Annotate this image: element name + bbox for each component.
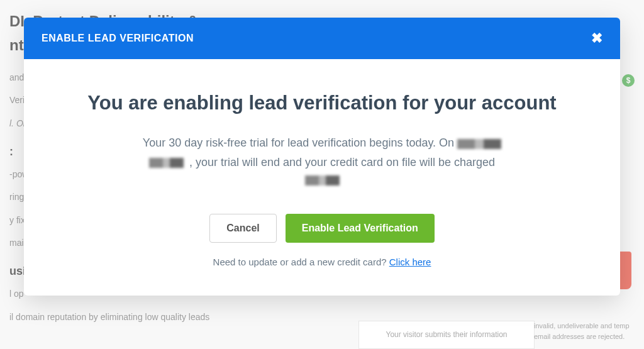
redacted-amount — [305, 175, 340, 186]
enable-lead-verification-modal: ENABLE LEAD VERIFICATION ✖ You are enabl… — [24, 18, 620, 296]
modal-title: ENABLE LEAD VERIFICATION — [42, 33, 194, 44]
modal-header: ENABLE LEAD VERIFICATION ✖ — [24, 18, 620, 59]
enable-lead-verification-button[interactable]: Enable Lead Verification — [286, 214, 435, 243]
modal-heading: You are enabling lead verification for y… — [62, 91, 582, 116]
button-row: Cancel Enable Lead Verification — [62, 214, 582, 243]
redacted-date — [457, 139, 501, 149]
redacted-date — [149, 158, 184, 168]
credit-card-update-prompt: Need to update or add a new credit card?… — [62, 257, 582, 267]
modal-description: Your 30 day risk-free trial for lead ver… — [62, 133, 582, 186]
modal-body: You are enabling lead verification for y… — [24, 59, 620, 296]
description-part1: Your 30 day risk-free trial for lead ver… — [143, 136, 454, 149]
cc-prompt-text: Need to update or add a new credit card? — [213, 257, 389, 267]
close-icon[interactable]: ✖ — [591, 31, 602, 45]
cancel-button[interactable]: Cancel — [209, 214, 276, 243]
modal-overlay: ENABLE LEAD VERIFICATION ✖ You are enabl… — [0, 0, 644, 349]
update-credit-card-link[interactable]: Click here — [389, 257, 431, 267]
description-part2: , your trial will end and your credit ca… — [189, 156, 495, 169]
